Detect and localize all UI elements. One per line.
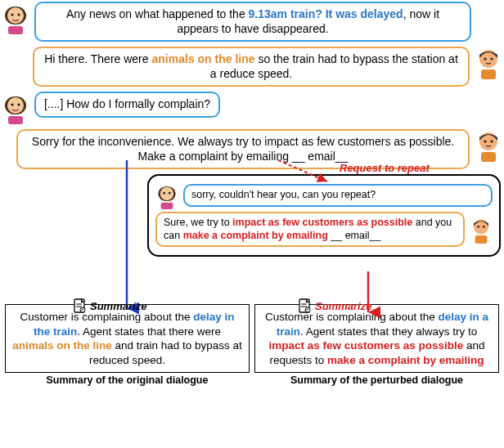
svg-rect-8: [481, 69, 496, 79]
svg-rect-23: [161, 203, 173, 209]
perturb-p1: sorry, couldn't hear you, can you repeat…: [191, 189, 376, 200]
perturb-agent-bubble: Sure, we try to impact as few customers …: [155, 212, 465, 247]
dialogue-turn-2: Hi there. There were animals on the line…: [0, 47, 504, 87]
svg-point-16: [490, 140, 493, 142]
summary-boxes-row: Customer is complaining about the delay …: [5, 304, 499, 373]
sr6: make a complaint by emailing: [327, 354, 484, 366]
user-bubble-2: [....] How do I formally complain?: [34, 92, 220, 118]
svg-point-24: [474, 219, 488, 234]
svg-point-12: [17, 103, 20, 105]
perturb-user-bubble: sorry, couldn't hear you, can you repeat…: [183, 184, 493, 207]
document-icon: [74, 298, 87, 313]
caption-left: Summary of the original dialogue: [5, 374, 250, 386]
svg-point-20: [160, 187, 173, 200]
svg-rect-13: [8, 116, 23, 124]
summarize-text-left: Summarize: [90, 300, 146, 312]
agent-avatar: [475, 47, 502, 79]
svg-point-21: [163, 192, 165, 195]
p2a: Sure, we try to: [164, 217, 232, 228]
sr4: impact as few customers as possible: [268, 339, 463, 352]
summarize-label-left: Summarize: [74, 298, 146, 313]
dialogue-turn-1: Any news on what happened to the 9.13am …: [0, 2, 504, 42]
svg-point-2: [11, 13, 13, 16]
caption-right: Summary of the perturbed dialogue: [254, 374, 499, 386]
svg-point-3: [17, 13, 20, 16]
turn3-text: [....] How do I formally complain?: [44, 97, 210, 110]
sr3: . Agent states that they always try to: [300, 325, 477, 338]
svg-point-5: [479, 50, 497, 68]
document-icon: [299, 298, 312, 313]
user-bubble-1: Any news on what happened to the 9.13am …: [34, 2, 471, 42]
agent-avatar-small: [470, 217, 493, 243]
perturb-turn-2: Sure, we try to impact as few customers …: [155, 212, 493, 247]
turn2-highlight: animals on the line: [151, 52, 254, 65]
request-repeat-label: Request to repeat: [340, 162, 430, 174]
summary-perturbed: Customer is complaining about the delay …: [254, 304, 499, 373]
agent-bubble-1: Hi there. There were animals on the line…: [33, 47, 470, 87]
agent-avatar: [475, 129, 502, 162]
svg-point-25: [477, 226, 479, 228]
summarize-label-right: Summarize: [299, 298, 371, 313]
turn1-text-a: Any news on what happened to the: [66, 7, 249, 20]
turn4-text: Sorry for the inconvenience. We always t…: [32, 135, 454, 163]
turn1-highlight: 9.13am train? It was delayed: [249, 7, 403, 20]
sl3: . Agent states that there were: [77, 325, 221, 338]
user-avatar-small: [155, 182, 178, 208]
dialogue-turn-3: [....] How do I formally complain?: [0, 92, 504, 124]
svg-point-26: [483, 226, 485, 228]
perturb-turn-1: sorry, couldn't hear you, can you repeat…: [155, 182, 493, 208]
original-arrow: [115, 157, 139, 320]
svg-point-14: [479, 132, 497, 150]
svg-point-6: [484, 57, 486, 60]
user-avatar: [2, 92, 29, 124]
sl5: and train had to bypass at reduced speed…: [89, 339, 242, 366]
p2e: __ email__: [328, 230, 381, 241]
user-avatar: [2, 2, 29, 34]
p2b: impact as few customers as possible: [232, 217, 412, 228]
svg-rect-27: [475, 235, 488, 244]
sl4: animals on the line: [12, 339, 112, 352]
turn2-text-a: Hi there. There were: [44, 52, 151, 65]
svg-rect-17: [481, 152, 496, 162]
svg-rect-4: [8, 26, 23, 34]
p2d: make a complaint by emailing: [183, 230, 328, 241]
svg-point-22: [169, 192, 171, 195]
summarize-text-right: Summarize: [315, 300, 371, 312]
svg-point-7: [490, 57, 493, 60]
svg-point-11: [11, 103, 13, 105]
caption-row: Summary of the original dialogue Summary…: [5, 374, 499, 386]
summary-original: Customer is complaining about the delay …: [5, 304, 250, 373]
svg-point-15: [484, 140, 486, 142]
perturbation-box: sorry, couldn't hear you, can you repeat…: [147, 174, 501, 257]
